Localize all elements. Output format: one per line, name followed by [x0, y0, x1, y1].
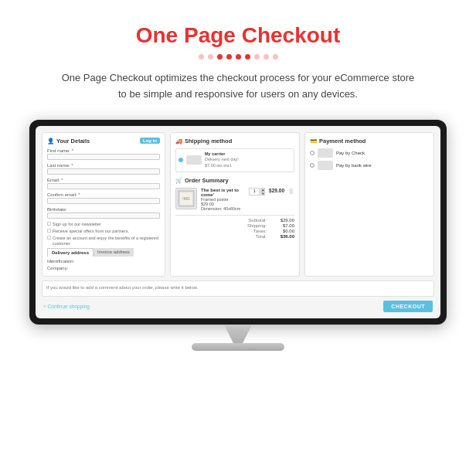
svg-text:IMG: IMG: [182, 196, 190, 201]
dot-7: [254, 54, 260, 60]
newsletter-checkbox-row: Sign up for our newsletter: [47, 222, 160, 227]
payment-method-panel: 💳 Payment method Pay by Check Pay by ban…: [304, 132, 434, 277]
grand-total-row: Total: $36.00: [175, 234, 294, 239]
your-details-title: 👤 Your Details Log in: [47, 138, 160, 144]
monitor-neck: [215, 325, 261, 343]
quantity-input[interactable]: 1: [249, 188, 260, 196]
comment-section: If you would like to add a comment about…: [42, 280, 434, 297]
shipping-info: My carrier Delivery next day! $7.00 tax …: [205, 151, 239, 169]
dots-divider: [199, 54, 278, 60]
delivery-address-tab[interactable]: Delivery address: [47, 248, 94, 257]
subtotal-row: Subtotal: $29.00: [175, 218, 294, 223]
pay-by-check-option[interactable]: Pay by Check: [310, 148, 429, 158]
wire-icon: [318, 161, 333, 170]
pay-by-wire-option[interactable]: Pay by bank wire: [310, 161, 429, 170]
email-field: Email: *: [47, 178, 160, 189]
newsletter-checkbox[interactable]: [47, 222, 51, 226]
screen-inner: 👤 Your Details Log in First name: * Last…: [36, 126, 440, 319]
identification-row: Identification:: [47, 259, 160, 264]
delete-icon[interactable]: 🗑: [288, 188, 294, 195]
checkout-button[interactable]: CheCKout: [383, 301, 433, 312]
shipping-row: Shipping: $7.00: [175, 223, 294, 228]
product-image: IMG: [175, 188, 197, 209]
checkout-ui: 👤 Your Details Log in First name: * Last…: [36, 126, 440, 319]
birthdate-field: Birthdate:: [47, 207, 160, 219]
payment-icon: 💳: [310, 138, 317, 144]
checkout-main-grid: 👤 Your Details Log in First name: * Last…: [42, 132, 434, 277]
first-name-field: First name: *: [47, 148, 160, 160]
payment-method-title: 💳 Payment method: [310, 138, 429, 144]
dot-3: [217, 54, 223, 60]
monitor-wrapper: 👤 Your Details Log in First name: * Last…: [15, 120, 461, 352]
item-price: $29.00: [269, 188, 284, 193]
last-name-input[interactable]: [47, 168, 160, 175]
dot-9: [273, 54, 278, 60]
quantity-box: 1 ▲ ▼: [249, 188, 265, 196]
company-row: Company:: [47, 266, 160, 270]
confirm-email-input[interactable]: [47, 198, 160, 204]
offers-checkbox-row: Receive special offers from our partners…: [47, 229, 160, 234]
order-summary-title: 🛒 Order Summary: [175, 177, 294, 184]
check-icon: [318, 148, 333, 158]
shipping-option-carrier[interactable]: My carrier Delivery next day! $7.00 tax …: [175, 148, 294, 172]
first-name-input[interactable]: [47, 154, 160, 160]
confirm-email-field: Confirm email: *: [47, 192, 160, 204]
dot-6: [245, 54, 250, 60]
email-input[interactable]: [47, 183, 160, 189]
dot-5: [236, 54, 241, 60]
dot-2: [208, 54, 213, 60]
invoice-address-tab[interactable]: Invoice address: [94, 248, 134, 257]
product-details: The best is yet to come' Framed poster $…: [201, 188, 245, 211]
order-item: IMG The best is yet to come' Framed post…: [175, 188, 294, 211]
pay-check-radio[interactable]: [310, 151, 314, 155]
your-details-panel: 👤 Your Details Log in First name: * Last…: [42, 132, 165, 277]
dot-1: [199, 54, 204, 60]
shipping-icon: 🚚: [175, 138, 182, 144]
order-summary-section: 🛒 Order Summary IMG: [175, 177, 294, 239]
qty-down[interactable]: ▼: [260, 192, 265, 196]
shipping-method-title: 🚚 Shipping method: [175, 138, 294, 144]
pay-wire-radio[interactable]: [310, 163, 314, 168]
dot-4: [226, 54, 232, 60]
shipping-method-panel: 🚚 Shipping method My carrier Delivery ne…: [170, 132, 300, 277]
continue-shopping-link[interactable]: < Continue shopping: [43, 304, 90, 309]
account-checkbox-row: Create an account and enjoy the benefits…: [47, 236, 160, 246]
comment-text: If you would like to add a comment about…: [46, 285, 430, 290]
delivery-tabs: Delivery address Invoice address: [47, 248, 160, 257]
last-name-field: Last name: *: [47, 163, 160, 175]
shipping-radio-selected[interactable]: [178, 158, 183, 162]
cart-icon: 🛒: [175, 177, 182, 184]
taxes-row: Taxes: $0.00: [175, 229, 294, 233]
page-title: One Page Checkout: [136, 23, 341, 48]
dot-8: [264, 54, 269, 60]
account-checkbox[interactable]: [47, 236, 51, 240]
qty-arrows: ▲ ▼: [260, 188, 265, 196]
person-icon: 👤: [47, 138, 54, 144]
birthdate-input[interactable]: [47, 212, 160, 219]
monitor-base: [192, 343, 284, 351]
offers-checkbox[interactable]: [47, 229, 51, 233]
order-totals: Subtotal: $29.00 Shipping: $7.00 Taxes: …: [175, 215, 294, 239]
subtitle: One Page Checkout optimizes the checkout…: [62, 70, 415, 103]
login-button[interactable]: Log in: [140, 138, 160, 144]
carrier-icon: [186, 155, 202, 165]
checkout-footer: < Continue shopping CheCKout: [42, 301, 434, 312]
monitor-screen: 👤 Your Details Log in First name: * Last…: [29, 120, 447, 325]
